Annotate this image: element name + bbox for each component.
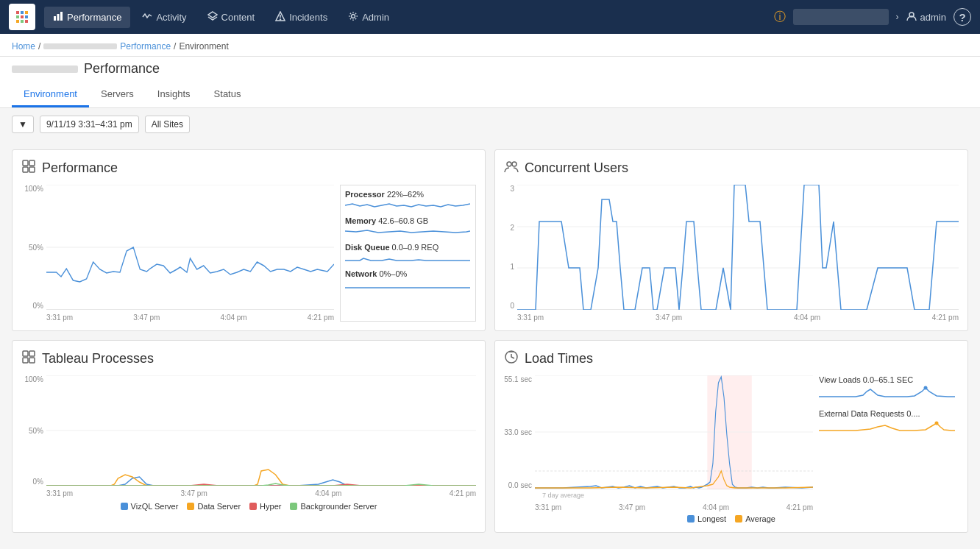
svg-rect-0 — [16, 11, 19, 14]
svg-rect-32 — [23, 351, 28, 356]
svg-rect-33 — [29, 351, 35, 356]
performance-legend: Processor 22%–62% Memory 42.6–60.8 GB — [340, 185, 476, 322]
processes-icon — [21, 350, 36, 368]
nav-incidents[interactable]: Incidents — [266, 7, 336, 28]
conc-y-2: 2 — [510, 224, 514, 232]
load-x-1: 3:31 pm — [535, 503, 561, 511]
load-legend-external-line — [819, 419, 955, 434]
concurrent-panel-label: Concurrent Users — [525, 160, 628, 176]
nav-content[interactable]: Content — [199, 7, 264, 28]
performance-panel: Performance 100% 50% 0% — [12, 149, 486, 331]
tab-environment[interactable]: Environment — [12, 82, 89, 107]
load-y-55: 55.1 sec — [504, 375, 532, 383]
loadtimes-panel-label: Load Times — [525, 351, 593, 366]
processes-chart-area: 100% 50% 0% — [21, 375, 476, 497]
user-icon — [906, 11, 917, 24]
svg-marker-12 — [208, 12, 217, 18]
breadcrumb: Home / Performance / Environment — [0, 34, 980, 57]
conc-x-3: 4:04 pm — [794, 314, 820, 322]
legend-dataserver-label: Data Server — [197, 502, 241, 511]
svg-rect-4 — [21, 15, 24, 18]
tab-status[interactable]: Status — [202, 82, 253, 107]
perf-y-50: 50% — [29, 244, 43, 252]
legend-dataserver: Data Server — [187, 502, 241, 511]
loadtimes-panel: Load Times 55.1 sec 33.0 sec 0.0 sec — [494, 340, 968, 533]
svg-rect-34 — [23, 358, 28, 363]
nav-admin[interactable]: Admin — [339, 7, 398, 28]
sites-filter-button[interactable]: All Sites — [145, 116, 190, 133]
loadtimes-chart-svg — [535, 375, 813, 489]
conc-y-1: 1 — [510, 263, 514, 271]
load-y-0: 0.0 sec — [508, 481, 532, 489]
loadtimes-icon — [504, 350, 519, 368]
nav-admin-label: Admin — [362, 12, 389, 23]
loadtimes-chart-wrapper: 55.1 sec 33.0 sec 0.0 sec — [504, 375, 959, 511]
svg-rect-8 — [25, 20, 28, 23]
nav-right-section: ⓘ › admin ? — [774, 8, 971, 26]
proc-x-2: 3:47 pm — [181, 489, 207, 497]
username-label: admin — [920, 12, 946, 23]
alert-triangle-icon — [275, 11, 285, 24]
perf-y-100: 100% — [24, 185, 43, 193]
avg-label-wrapper: 7 day average — [535, 492, 813, 502]
load-x-2: 3:47 pm — [619, 503, 645, 511]
svg-point-27 — [512, 162, 516, 166]
breadcrumb-current: Environment — [179, 41, 228, 52]
perf-x-1: 3:31 pm — [46, 314, 73, 322]
global-search-input[interactable] — [793, 9, 889, 25]
loadtimes-bottom-legend: Longest Average — [504, 514, 959, 523]
perf-x-4: 4:21 pm — [308, 314, 334, 322]
settings-icon — [348, 11, 358, 24]
loadtimes-legend: View Loads 0.0–65.1 SEC External Data Re… — [819, 375, 959, 511]
perf-x-2: 3:47 pm — [133, 314, 160, 322]
tab-insights[interactable]: Insights — [146, 82, 202, 107]
search-arrow-icon[interactable]: › — [896, 12, 899, 22]
legend-average-label: Average — [745, 514, 775, 523]
svg-rect-10 — [57, 14, 60, 21]
layers-icon — [207, 11, 218, 24]
concurrent-chart-area: 3 2 1 0 3:31 pm 3:47 pm 4:04 pm — [504, 185, 959, 322]
time-range-button[interactable]: 9/11/19 3:31–4:31 pm — [40, 116, 139, 133]
page-tabs: Environment Servers Insights Status — [12, 82, 968, 107]
conc-x-2: 3:47 pm — [656, 314, 682, 322]
perf-legend-disk: Disk Queue 0.0–0.9 REQ — [345, 243, 471, 265]
load-x-4: 4:21 pm — [787, 503, 813, 511]
svg-point-47 — [935, 422, 939, 425]
legend-average: Average — [735, 514, 775, 523]
legend-longest-label: Longest — [697, 514, 726, 523]
conc-x-labels: 3:31 pm 3:47 pm 4:04 pm 4:21 pm — [517, 314, 959, 322]
svg-rect-35 — [29, 358, 35, 363]
processes-panel-label: Tableau Processes — [42, 351, 154, 366]
conc-y-0: 0 — [510, 302, 514, 310]
nav-performance[interactable]: Performance — [44, 7, 130, 28]
processes-chart-svg — [46, 375, 476, 486]
legend-longest: Longest — [687, 514, 726, 523]
page-header: Performance Environment Servers Insights… — [0, 57, 980, 108]
top-navigation: Performance Activity Content Incidents A… — [0, 0, 980, 34]
legend-vizql-label: VizQL Server — [131, 502, 179, 511]
page-header-logo — [12, 65, 78, 73]
help-button[interactable]: ? — [954, 8, 971, 26]
concurrent-icon — [504, 159, 519, 177]
perf-legend-processor: Processor 22%–62% — [345, 190, 471, 212]
load-y-33: 33.0 sec — [504, 428, 532, 436]
activity-icon — [142, 11, 152, 24]
bar-chart-icon — [53, 11, 63, 24]
svg-rect-9 — [54, 16, 56, 21]
perf-legend-network-line — [345, 280, 470, 290]
nav-incidents-label: Incidents — [289, 12, 327, 23]
perf-legend-disk-line — [345, 253, 470, 263]
svg-point-15 — [280, 19, 281, 20]
performance-panel-label: Performance — [42, 160, 118, 176]
proc-x-labels: 3:31 pm 3:47 pm 4:04 pm 4:21 pm — [46, 489, 476, 497]
tab-servers[interactable]: Servers — [89, 82, 146, 107]
legend-backgrounder-label: Backgrounder Server — [300, 502, 377, 511]
svg-rect-6 — [16, 20, 19, 23]
breadcrumb-home[interactable]: Home — [12, 41, 35, 52]
breadcrumb-parent[interactable]: Performance — [120, 41, 171, 52]
user-menu[interactable]: admin — [906, 11, 946, 24]
app-logo[interactable] — [9, 4, 35, 30]
nav-activity-label: Activity — [156, 12, 186, 23]
nav-activity[interactable]: Activity — [133, 7, 195, 28]
filter-button[interactable]: ▼ — [12, 116, 34, 133]
